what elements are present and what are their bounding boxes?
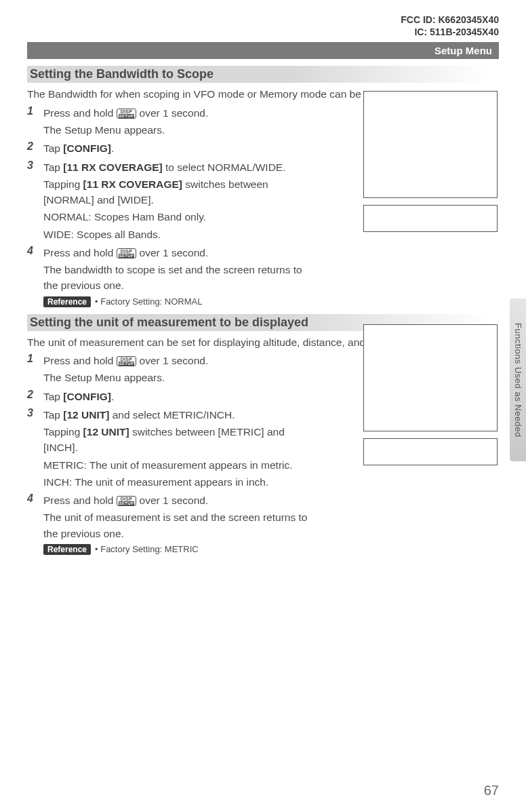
steps-unit: 1 Press and hold DISPSETUP over 1 second… — [27, 353, 312, 541]
side-tab-label: Functions Used as Needed — [513, 323, 523, 438]
step-2: 2 Tap [CONFIG]. — [27, 140, 312, 156]
reference-badge: Reference — [43, 296, 91, 307]
steps-bandwidth: 1 Press and hold DISPSETUP over 1 second… — [27, 105, 312, 294]
ic-id: IC: 511B-20345X40 — [27, 26, 499, 38]
reference-badge: Reference — [43, 544, 91, 555]
disp-setup-key-icon: DISPSETUP — [117, 109, 137, 119]
reference-row: Reference • Factory Setting: METRIC — [43, 544, 499, 555]
screenshot-placeholder — [363, 91, 498, 198]
header-ids: FCC ID: K6620345X40 IC: 511B-20345X40 — [27, 14, 499, 38]
step-2: 2 Tap [CONFIG]. — [27, 389, 312, 404]
section-title-bandwidth: Setting the Bandwidth to Scope — [27, 66, 499, 83]
step-3: 3 Tap [11 RX COVERAGE] to select NORMAL/… — [27, 159, 312, 242]
reference-text: • Factory Setting: METRIC — [95, 544, 199, 554]
disp-setup-key-icon: DISPSETUP — [117, 496, 137, 506]
document-page: FCC ID: K6620345X40 IC: 511B-20345X40 Se… — [0, 0, 526, 812]
step-4: 4 Press and hold DISPSETUP over 1 second… — [27, 492, 312, 541]
step-3: 3 Tap [12 UNIT] and select METRIC/INCH. … — [27, 407, 312, 490]
disp-setup-key-icon: DISPSETUP — [117, 356, 137, 366]
side-tab: Functions Used as Needed — [510, 298, 526, 461]
reference-text: • Factory Setting: NORMAL — [95, 296, 202, 307]
step-4: 4 Press and hold DISPSETUP over 1 second… — [27, 245, 312, 294]
reference-row: Reference • Factory Setting: NORMAL — [43, 296, 499, 307]
disp-setup-key-icon: DISPSETUP — [117, 248, 137, 258]
screenshot-placeholder — [363, 438, 498, 465]
screenshot-placeholder — [363, 324, 498, 431]
screenshot-placeholder — [363, 205, 498, 232]
page-number: 67 — [484, 783, 499, 798]
menu-bar: Setup Menu — [27, 42, 499, 59]
step-1: 1 Press and hold DISPSETUP over 1 second… — [27, 353, 312, 386]
fcc-id: FCC ID: K6620345X40 — [27, 14, 499, 26]
step-1: 1 Press and hold DISPSETUP over 1 second… — [27, 105, 312, 138]
